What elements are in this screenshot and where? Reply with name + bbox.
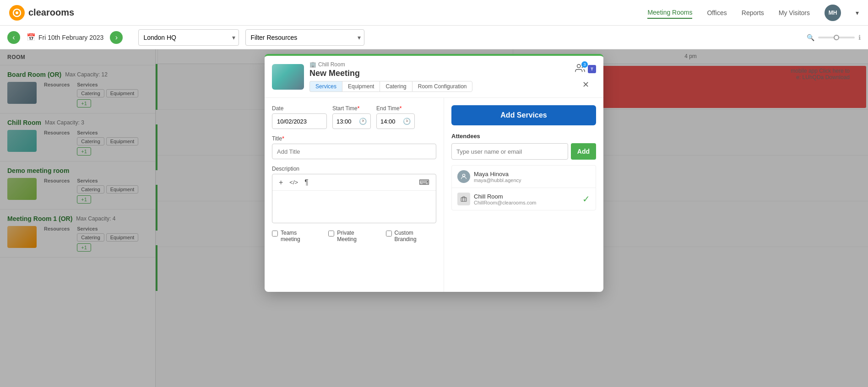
next-date-button[interactable]: ›	[110, 31, 123, 44]
filter-select[interactable]: Filter Resources	[245, 29, 364, 46]
attendee-email-maya: maya@hubbl.agency	[474, 177, 590, 183]
date-label: Date	[272, 105, 327, 112]
avatar[interactable]: MH	[825, 5, 841, 21]
end-time-group: End Time* 🕑	[376, 105, 415, 129]
date-input[interactable]	[272, 113, 327, 129]
attendee-name-chill: Chill Room	[474, 193, 579, 200]
tab-room-config[interactable]: Room Configuration	[412, 81, 473, 92]
description-toolbar: + </> ¶ ⌨	[272, 174, 436, 191]
location-select-wrapper: London HQ ▾	[138, 29, 239, 46]
date-display: 📅 Fri 10th February 2023	[27, 33, 103, 42]
modal-overlay[interactable]: 🏢 Chill Room New Meeting Services Equipm…	[0, 49, 868, 387]
attendee-email-chill: ChillRoom@clearooms.com	[474, 200, 579, 205]
modal-actions: 3 T ✕	[575, 63, 596, 91]
start-time-label: Start Time*	[332, 105, 371, 112]
close-modal-button[interactable]: ✕	[579, 78, 592, 91]
add-attendee-button[interactable]: Add	[571, 143, 596, 160]
description-area: + </> ¶ ⌨	[272, 174, 436, 223]
modal-right-panel: Add Services Attendees Add	[444, 98, 603, 292]
tab-services[interactable]: Services	[309, 81, 342, 92]
desc-tool-embed[interactable]: ⌨	[417, 177, 431, 188]
zoom-out-icon: 🔍	[807, 34, 814, 41]
start-time-input[interactable]	[336, 118, 357, 125]
modal-tabs: Services Equipment Catering Room Configu…	[309, 81, 570, 92]
svg-point-4	[462, 174, 465, 177]
building-icon: 🏢	[309, 61, 316, 68]
logo-icon	[9, 5, 25, 21]
description-field-group: Description + </> ¶ ⌨	[272, 166, 436, 223]
user-dropdown-chevron[interactable]: ▾	[856, 9, 859, 16]
svg-point-1	[16, 11, 18, 14]
custom-branding-label: Custom Branding	[395, 230, 436, 242]
nav-offices[interactable]: Offices	[707, 9, 727, 16]
attendee-list: Maya Hinova maya@hubbl.agency Ch	[451, 165, 596, 210]
main-nav: Meeting Rooms Offices Reports My Visitor…	[647, 5, 859, 21]
private-meeting-label: Private Meeting	[337, 230, 374, 242]
attendees-label: Attendees	[451, 133, 596, 140]
nav-reports[interactable]: Reports	[742, 9, 764, 16]
checkboxes-row: Teams meeting Private Meeting Custom Bra…	[272, 230, 436, 242]
modal-body: Date Start Time* 🕐 End Time*	[265, 98, 603, 292]
attendee-info-chill: Chill Room ChillRoom@clearooms.com	[474, 193, 579, 205]
attendee-avatar-maya	[457, 170, 470, 183]
clock-icon-end: 🕑	[403, 118, 411, 125]
location-select[interactable]: London HQ	[138, 29, 239, 46]
desc-tool-code[interactable]: </>	[288, 178, 300, 187]
attendee-name-maya: Maya Hinova	[474, 171, 590, 177]
main-area: Room Board Room (OR) Max Capacity: 12 Re…	[0, 49, 868, 387]
custom-branding-checkbox[interactable]: Custom Branding	[386, 230, 436, 242]
attendee-avatar-chill	[457, 193, 470, 205]
clock-icon-start: 🕐	[359, 118, 367, 125]
modal-meeting-title: New Meeting	[309, 69, 570, 78]
nav-my-visitors[interactable]: My Visitors	[779, 9, 810, 16]
attendee-row-maya: Maya Hinova maya@hubbl.agency	[452, 166, 596, 188]
tab-catering[interactable]: Catering	[380, 81, 412, 92]
filter-select-wrapper: Filter Resources ▾	[245, 29, 364, 46]
private-meeting-checkbox[interactable]: Private Meeting	[328, 230, 374, 242]
attendee-icon-area: 3	[575, 63, 585, 75]
attendee-row-chill: Chill Room ChillRoom@clearooms.com ✓	[452, 188, 596, 210]
prev-date-button[interactable]: ‹	[7, 31, 20, 44]
zoom-control: 🔍 ℹ	[807, 34, 861, 41]
current-date: Fri 10th February 2023	[38, 34, 103, 41]
modal: 🏢 Chill Room New Meeting Services Equipm…	[265, 54, 603, 292]
attendee-input-row: Add	[451, 143, 596, 160]
attendees-section: Attendees Add	[451, 133, 596, 210]
form-datetime-row: Date Start Time* 🕐 End Time*	[272, 105, 436, 129]
toolbar: ‹ 📅 Fri 10th February 2023 › London HQ ▾…	[0, 26, 868, 49]
modal-left-panel: Date Start Time* 🕐 End Time*	[265, 98, 444, 292]
start-time-group: Start Time* 🕐	[332, 105, 371, 129]
teams-meeting-checkbox[interactable]: Teams meeting	[272, 230, 317, 242]
check-icon-chill: ✓	[582, 194, 590, 204]
end-time-input[interactable]	[380, 118, 401, 125]
desc-tool-plus[interactable]: +	[277, 177, 285, 188]
nav-meeting-rooms[interactable]: Meeting Rooms	[647, 7, 692, 19]
zoom-thumb[interactable]	[834, 35, 839, 40]
teams-icon: T	[588, 65, 596, 73]
logo[interactable]: clearooms	[9, 5, 74, 21]
modal-title-area: 🏢 Chill Room New Meeting Services Equipm…	[309, 61, 570, 92]
description-content[interactable]	[272, 191, 436, 223]
modal-room-image	[272, 64, 304, 90]
modal-room-label: 🏢 Chill Room	[309, 61, 570, 68]
attendee-info-maya: Maya Hinova maya@hubbl.agency	[474, 171, 590, 183]
modal-header: 🏢 Chill Room New Meeting Services Equipm…	[265, 56, 603, 98]
date-field-group: Date	[272, 105, 327, 129]
desc-tool-paragraph[interactable]: ¶	[303, 177, 310, 188]
description-label: Description	[272, 166, 436, 172]
zoom-slider-track[interactable]	[818, 37, 855, 38]
add-services-button[interactable]: Add Services	[451, 105, 596, 125]
calendar-icon: 📅	[27, 33, 36, 42]
svg-rect-5	[461, 198, 467, 201]
header: clearooms Meeting Rooms Offices Reports …	[0, 0, 868, 26]
title-field-group: Title*	[272, 135, 436, 159]
logo-text: clearooms	[28, 7, 74, 18]
attendee-count-badge: 3	[581, 61, 588, 68]
title-label: Title*	[272, 135, 436, 142]
attendee-search-input[interactable]	[451, 143, 568, 160]
teams-meeting-label: Teams meeting	[281, 230, 317, 242]
svg-point-3	[577, 64, 580, 68]
tab-equipment[interactable]: Equipment	[342, 81, 380, 92]
info-icon[interactable]: ℹ	[858, 34, 861, 41]
title-input[interactable]	[272, 144, 436, 159]
